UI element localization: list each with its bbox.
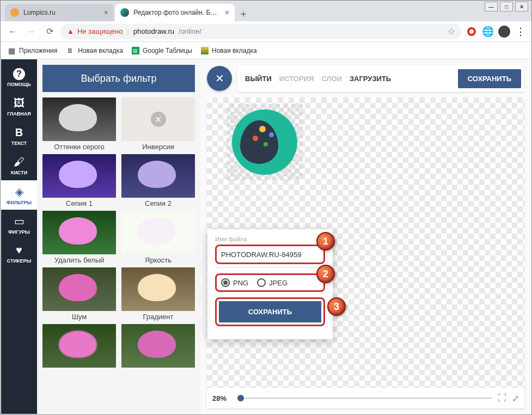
toolbar-layers[interactable]: СЛОИ [321, 75, 342, 83]
warning-icon: ▲ [67, 27, 74, 35]
bookmark-newtab-1[interactable]: 🗎Новая вкладка [66, 46, 123, 55]
expand-icon[interactable]: ⤢ [512, 393, 519, 404]
zoom-bar: 28% ⛶ ⤢ [207, 388, 524, 408]
toolbar-upload[interactable]: ЗАГРУЗИТЬ [350, 75, 391, 83]
format-png-radio[interactable]: PNG [221, 278, 248, 287]
save-popup: Имя файла PNG JPEG СОХРАНИТЬ [207, 229, 333, 339]
window-minimize-button[interactable]: — [485, 2, 498, 11]
canvas-image[interactable] [227, 104, 303, 180]
menu-icon[interactable]: ⋮ [514, 25, 527, 38]
filter-grayscale[interactable]: Оттенки серого [42, 97, 116, 151]
annotation-marker-3: 3 [327, 297, 346, 316]
shape-icon: ▭ [14, 215, 25, 228]
highlight-format: PNG JPEG [215, 273, 325, 292]
sidebar-item-main[interactable]: 🖼ГЛАВНАЯ [1, 92, 37, 121]
filename-input[interactable] [221, 251, 319, 259]
tab-strip: Lumpics.ru × Редактор фото онлайн. Беспл… [1, 1, 531, 21]
text-icon: B [15, 126, 23, 139]
extension-icon[interactable] [465, 25, 478, 38]
sidebar-item-help[interactable]: ?ПОМОЩЬ [1, 63, 37, 92]
bookmark-newtab-2[interactable]: Новая вкладка [201, 47, 257, 54]
palette-graphic [232, 109, 297, 175]
address-bar: ← → ⟳ ▲ Не защищено | photodraw.ru/onlin… [1, 21, 531, 42]
filter-gradient[interactable]: Градиент [121, 267, 195, 321]
browser-tab-lumpics[interactable]: Lumpics.ru × [5, 4, 114, 21]
sidebar-item-filters[interactable]: ◈ФИЛЬТРЫ [1, 180, 37, 210]
filters-panel: Выбрать фильтр Оттенки серого ✕Инверсия … [37, 59, 200, 414]
tab-favicon [10, 8, 19, 17]
zoom-value: 28% [212, 394, 232, 402]
highlight-filename [215, 245, 325, 264]
highlight-save: СОХРАНИТЬ [215, 297, 325, 326]
bookmark-sheets[interactable]: ▤Google Таблицы [132, 47, 192, 54]
sheets-icon: ▤ [132, 47, 139, 54]
toolbar-history[interactable]: ИСТОРИЯ [279, 75, 314, 83]
filter-sepia-2[interactable]: Сепия 2 [121, 154, 195, 207]
close-icon[interactable]: × [225, 8, 229, 17]
radio-icon [221, 278, 230, 287]
format-jpeg-radio[interactable]: JPEG [257, 278, 288, 287]
remove-icon: ✕ [151, 112, 166, 127]
filter-icon: ◈ [15, 185, 23, 198]
close-panel-button[interactable]: ✕ [207, 66, 232, 91]
zoom-slider[interactable] [237, 398, 492, 399]
filter-extra-2[interactable] [121, 324, 195, 368]
new-tab-button[interactable]: ＋ [236, 6, 251, 21]
star-icon[interactable]: ☆ [448, 26, 455, 36]
close-icon[interactable]: × [104, 8, 108, 17]
filename-label: Имя файла [215, 236, 325, 242]
filter-brightness[interactable]: Яркость [121, 211, 195, 264]
popup-save-button[interactable]: СОХРАНИТЬ [219, 301, 321, 322]
filter-inversion[interactable]: ✕Инверсия [121, 97, 195, 151]
image-icon: 🖼 [14, 97, 25, 109]
radio-icon [257, 278, 266, 287]
url-host: photodraw.ru [133, 27, 174, 35]
sidebar-item-brushes[interactable]: 🖌КИСТИ [1, 151, 37, 180]
back-button[interactable]: ← [5, 24, 20, 39]
zoom-handle[interactable] [237, 395, 244, 401]
filter-noise[interactable]: Шум [42, 267, 116, 321]
sidebar-item-stickers[interactable]: ♥СТИКЕРЫ [1, 239, 37, 268]
globe-icon[interactable]: 🌐 [481, 25, 494, 38]
close-icon: ✕ [215, 72, 224, 85]
sidebar: ?ПОМОЩЬ 🖼ГЛАВНАЯ BТЕКСТ 🖌КИСТИ ◈ФИЛЬТРЫ … [1, 59, 37, 414]
doc-icon: 🗎 [66, 46, 75, 55]
forward-button[interactable]: → [23, 24, 39, 39]
window-maximize-button[interactable]: □ [500, 2, 513, 11]
browser-tab-photodraw[interactable]: Редактор фото онлайн. Бесплат × [115, 4, 235, 21]
toolbar-exit[interactable]: ВЫЙТИ [245, 75, 272, 83]
top-toolbar: ✕ ВЫЙТИ ИСТОРИЯ СЛОИ ЗАГРУЗИТЬ СОХРАНИТЬ [207, 65, 524, 92]
filter-sepia-1[interactable]: Сепия 1 [42, 154, 116, 207]
apps-icon: ▦ [7, 46, 16, 55]
filter-remove-white[interactable]: Удалить белый [42, 211, 116, 264]
security-warning: ▲ Не защищено [67, 27, 123, 35]
annotation-marker-2: 2 [316, 265, 335, 283]
panel-title: Выбрать фильтр [42, 65, 195, 92]
help-icon: ? [13, 68, 25, 80]
sidebar-item-shapes[interactable]: ▭ФИГУРЫ [1, 210, 37, 239]
sidebar-item-text[interactable]: BТЕКСТ [1, 121, 37, 151]
bookmarks-bar: ▦Приложения 🗎Новая вкладка ▤Google Табли… [1, 42, 531, 59]
window-close-button[interactable]: ✕ [515, 2, 528, 11]
pic-icon [201, 47, 209, 54]
toolbar-save-button[interactable]: СОХРАНИТЬ [458, 69, 521, 88]
tab-title: Lumpics.ru [23, 9, 100, 16]
annotation-marker-1: 1 [316, 232, 335, 251]
profile-avatar[interactable] [498, 25, 511, 38]
filter-extra-1[interactable] [42, 324, 116, 368]
bookmark-apps[interactable]: ▦Приложения [7, 46, 57, 55]
tab-favicon [120, 8, 129, 17]
url-field[interactable]: ▲ Не защищено | photodraw.ru/online/ ☆ [60, 24, 462, 39]
tab-title: Редактор фото онлайн. Бесплат [133, 9, 221, 16]
reload-button[interactable]: ⟳ [42, 24, 57, 39]
brush-icon: 🖌 [14, 156, 25, 168]
fullscreen-icon[interactable]: ⛶ [498, 393, 506, 403]
url-path: /online/ [179, 27, 201, 35]
heart-icon: ♥ [16, 244, 22, 257]
